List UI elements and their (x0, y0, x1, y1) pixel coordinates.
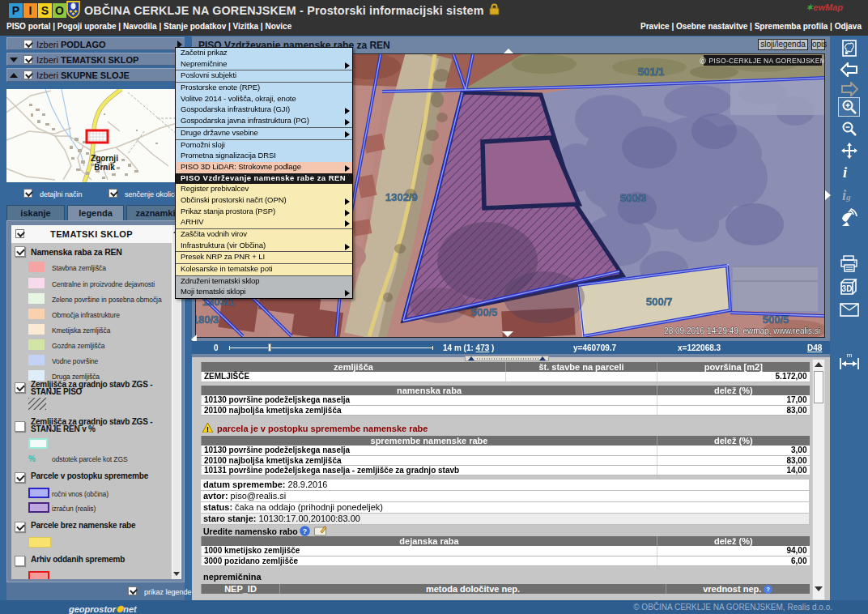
svg-text:180/3: 180/3 (196, 313, 219, 326)
svg-text:?: ? (303, 527, 308, 535)
svg-text:@ PISO-CERKLJE NA GORENJSKEM: @ PISO-CERKLJE NA GORENJSKEM (700, 57, 824, 65)
svg-text:?: ? (767, 586, 771, 593)
svg-text:500/3: 500/3 (620, 192, 647, 204)
svg-text:3D: 3D (842, 284, 853, 293)
svg-text:500/5: 500/5 (471, 306, 498, 318)
svg-text:500/5: 500/5 (763, 313, 789, 326)
svg-text:501/1: 501/1 (638, 66, 665, 78)
svg-text:Brnik: Brnik (94, 163, 115, 172)
svg-text:1302/9: 1302/9 (385, 191, 418, 203)
svg-text:!: ! (206, 425, 209, 433)
svg-text:Zgornji: Zgornji (91, 154, 118, 163)
svg-text:m: m (847, 352, 853, 359)
svg-text:500/7: 500/7 (646, 296, 673, 308)
svg-text:28.09.2016 14:29:49, ewmap, ww: 28.09.2016 14:29:49, ewmap, www.realis.s… (664, 326, 820, 335)
